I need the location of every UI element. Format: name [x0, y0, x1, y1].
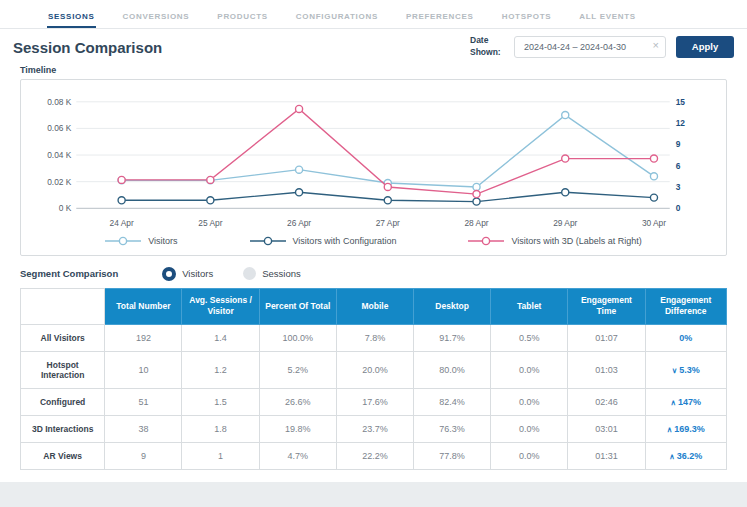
toolbar: Session Comparison Date Shown: × Apply: [13, 35, 734, 58]
table-cell: 01:07: [568, 324, 645, 351]
apply-button[interactable]: Apply: [676, 36, 734, 58]
table-cell: 22.2%: [336, 442, 413, 469]
column-header-percent-of-total: Percent Of Total: [259, 288, 336, 324]
y-axis-label-right: 12: [676, 118, 686, 128]
legend-item-visitors-with-configuration[interactable]: Visitors with Configuration: [250, 236, 397, 246]
difference-value: 147%: [678, 397, 701, 407]
table-cell: 76.3%: [414, 415, 491, 442]
engagement-difference-cell: ∧36.2%: [645, 442, 726, 469]
y-axis-label-left: 0.08 K: [47, 97, 72, 107]
table-cell: 38: [105, 415, 182, 442]
data-point-visitors-with-3d-labels-at-right[interactable]: [207, 176, 214, 183]
row-label: Configured: [21, 388, 105, 415]
y-axis-label-right: 15: [676, 97, 686, 107]
tab-sessions[interactable]: SESSIONS: [47, 3, 96, 28]
column-header-mobile: Mobile: [336, 288, 413, 324]
table-cell: 19.8%: [259, 415, 336, 442]
row-label: All Visitors: [21, 324, 105, 351]
x-axis-label: 24 Apr: [110, 218, 134, 228]
row-label-header: [21, 288, 105, 324]
data-point-visitors[interactable]: [562, 112, 569, 119]
table-cell: 5.2%: [259, 351, 336, 388]
legend-label: Visitors with 3D (Labels at Right): [511, 236, 641, 246]
engagement-difference-cell: 0%: [645, 324, 726, 351]
radio-sessions[interactable]: Sessions: [243, 267, 301, 281]
table-row-all-visitors: All Visitors1921.4100.0%7.8%91.7%0.5%01:…: [21, 324, 727, 351]
y-axis-label-right: 3: [676, 182, 681, 192]
table-cell: 02:46: [568, 388, 645, 415]
radio-unselected-icon: [243, 267, 256, 280]
radio-label: Sessions: [262, 268, 301, 279]
table-cell: 100.0%: [259, 324, 336, 351]
table-cell: 1: [182, 442, 259, 469]
column-header-total-number: Total Number: [105, 288, 182, 324]
legend-label: Visitors with Configuration: [293, 236, 397, 246]
table-cell: 10: [105, 351, 182, 388]
table-cell: 0.0%: [491, 415, 568, 442]
data-point-visitors-with-configuration[interactable]: [650, 194, 657, 201]
segment-comparison-table: Total NumberAvg. Sessions / VisitorPerce…: [20, 288, 727, 470]
data-point-visitors-with-configuration[interactable]: [473, 198, 480, 205]
segment-comparison-row: Segment Comparison VisitorsSessions: [20, 267, 727, 281]
segment-comparison-label: Segment Comparison: [20, 268, 118, 279]
clear-date-icon[interactable]: ×: [653, 40, 659, 51]
column-header-avg-sessions-visitor: Avg. Sessions / Visitor: [182, 288, 259, 324]
difference-value: 36.2%: [677, 451, 703, 461]
table-cell: 0.0%: [491, 351, 568, 388]
table-row-3d-interactions: 3D Interactions381.819.8%23.7%76.3%0.0%0…: [21, 415, 727, 442]
data-point-visitors-with-3d-labels-at-right[interactable]: [296, 105, 303, 112]
tab-conversions[interactable]: CONVERSIONS: [122, 3, 191, 28]
table-cell: 0.0%: [491, 388, 568, 415]
column-header-engagement-difference: Engagement Difference: [645, 288, 726, 324]
table-cell: 0.0%: [491, 442, 568, 469]
date-controls: Date Shown: × Apply: [470, 35, 734, 58]
legend-marker-icon: [105, 236, 141, 246]
radio-visitors[interactable]: Visitors: [162, 267, 213, 281]
legend-marker-icon: [250, 236, 286, 246]
timeline-line-chart: 0 K0.02 K0.04 K0.06 K0.08 K0369121524 Ap…: [25, 88, 722, 236]
table-cell: 80.0%: [414, 351, 491, 388]
table-cell: 1.4: [182, 324, 259, 351]
tab-all-events[interactable]: ALL EVENTS: [578, 3, 637, 28]
data-point-visitors-with-configuration[interactable]: [562, 189, 569, 196]
data-point-visitors-with-3d-labels-at-right[interactable]: [650, 155, 657, 162]
table-cell: 4.7%: [259, 442, 336, 469]
x-axis-label: 28 Apr: [464, 218, 488, 228]
row-label: Hotspot Interaction: [21, 351, 105, 388]
data-point-visitors-with-configuration[interactable]: [296, 189, 303, 196]
y-axis-label-left: 0.04 K: [47, 150, 72, 160]
difference-value: 0%: [679, 333, 692, 343]
timeline-chart-card: 0 K0.02 K0.04 K0.06 K0.08 K0369121524 Ap…: [20, 79, 727, 256]
table-cell: 20.0%: [336, 351, 413, 388]
date-shown-label: Date Shown:: [470, 35, 504, 58]
table-cell: 77.8%: [414, 442, 491, 469]
data-point-visitors-with-3d-labels-at-right[interactable]: [384, 183, 391, 190]
table-cell: 9: [105, 442, 182, 469]
legend-item-visitors[interactable]: Visitors: [105, 236, 177, 246]
data-point-visitors[interactable]: [296, 166, 303, 173]
y-axis-label-right: 6: [676, 161, 681, 171]
data-point-visitors-with-configuration[interactable]: [207, 197, 214, 204]
content-panel: Session Comparison Date Shown: × Apply T…: [0, 29, 747, 482]
data-point-visitors-with-3d-labels-at-right[interactable]: [118, 176, 125, 183]
row-label: 3D Interactions: [21, 415, 105, 442]
caret-up-icon: ∧: [670, 398, 676, 407]
tab-hotspots[interactable]: HOTSPOTS: [501, 3, 553, 28]
tab-configurations[interactable]: CONFIGURATIONS: [295, 3, 379, 28]
data-point-visitors-with-3d-labels-at-right[interactable]: [562, 155, 569, 162]
x-axis-label: 26 Apr: [287, 218, 311, 228]
data-point-visitors[interactable]: [473, 183, 480, 190]
date-range-input[interactable]: [514, 36, 666, 58]
timeline-label: Timeline: [20, 65, 727, 75]
data-point-visitors-with-configuration[interactable]: [384, 197, 391, 204]
tab-preferences[interactable]: PREFERENCES: [405, 3, 475, 28]
data-point-visitors-with-3d-labels-at-right[interactable]: [473, 191, 480, 198]
table-row-ar-views: AR Views914.7%22.2%77.8%0.0%01:31∧36.2%: [21, 442, 727, 469]
difference-value: 169.3%: [674, 424, 705, 434]
data-point-visitors-with-configuration[interactable]: [118, 197, 125, 204]
legend-item-visitors-with-3d-labels-at-right[interactable]: Visitors with 3D (Labels at Right): [468, 236, 641, 246]
chart-legend: VisitorsVisitors with ConfigurationVisit…: [25, 236, 722, 253]
tab-products[interactable]: PRODUCTS: [216, 3, 269, 28]
table-header-row: Total NumberAvg. Sessions / VisitorPerce…: [21, 288, 727, 324]
data-point-visitors[interactable]: [650, 173, 657, 180]
